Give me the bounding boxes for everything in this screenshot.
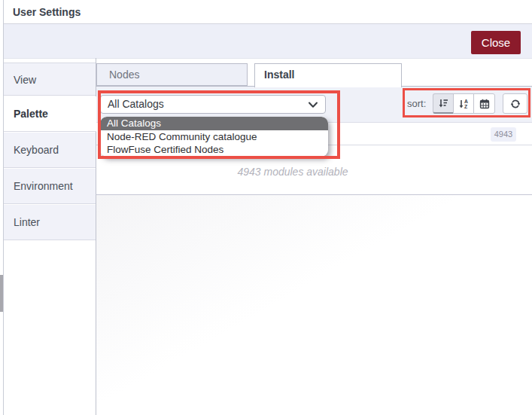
catalog-select[interactable]: All Catalogs: [100, 95, 326, 114]
catalog-dropdown: All Catalogs Node-RED Community catalogu…: [100, 117, 328, 157]
dialog-title: User Settings: [13, 6, 81, 18]
tab-nodes[interactable]: Nodes: [96, 63, 248, 86]
sort-alpha-icon: A Z: [458, 99, 469, 109]
dropdown-option-nodered-community[interactable]: Node-RED Community catalogue: [100, 130, 328, 143]
sort-amount-button[interactable]: [433, 93, 454, 114]
dropdown-option-all-catalogs[interactable]: All Catalogs: [100, 117, 328, 130]
close-button[interactable]: Close: [471, 31, 521, 54]
chevron-down-icon: [308, 102, 318, 108]
sort-label: sort:: [407, 98, 426, 109]
sidebar-item-linter[interactable]: Linter: [4, 205, 96, 240]
svg-text:A: A: [464, 99, 468, 104]
refresh-icon: [509, 98, 521, 110]
module-count-badge: 4943: [491, 127, 516, 142]
sidebar-item-view[interactable]: View: [4, 63, 96, 96]
dialog-header: [4, 0, 532, 24]
refresh-button[interactable]: [503, 93, 527, 114]
user-settings-dialog: User Settings Close View Palette Keyboar…: [0, 0, 532, 415]
sort-date-button[interactable]: [473, 93, 495, 114]
dropdown-option-flowfuse-certified[interactable]: FlowFuse Certified Nodes: [100, 143, 328, 156]
catalog-select-value: All Catalogs: [108, 98, 164, 110]
sort-amount-desc-icon: [438, 98, 448, 108]
sidebar-item-keyboard[interactable]: Keyboard: [4, 133, 96, 168]
tab-install[interactable]: Install: [254, 63, 402, 87]
sidebar-item-environment[interactable]: Environment: [4, 169, 96, 204]
calendar-icon: [479, 99, 490, 109]
module-list-empty-area: [96, 195, 532, 415]
dialog-button-row: [4, 24, 532, 59]
modules-available-text: 4943 modules available: [96, 166, 489, 178]
sidebar-item-palette[interactable]: Palette: [4, 96, 96, 132]
svg-text:Z: Z: [464, 104, 467, 109]
sort-alpha-button[interactable]: A Z: [453, 93, 474, 114]
